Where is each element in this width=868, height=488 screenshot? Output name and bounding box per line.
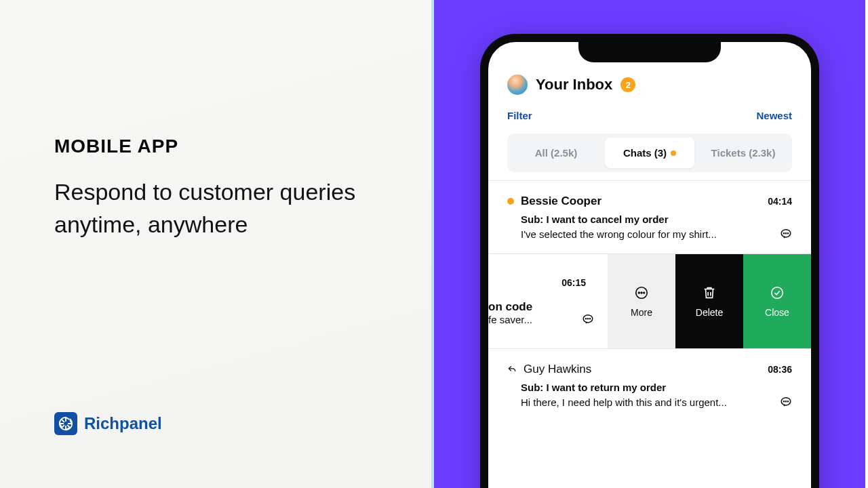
chat-icon [582,313,594,325]
svg-point-2 [785,233,786,234]
phone-frame: Your Inbox 2 Filter Newest All (2.5k) Ch… [480,34,819,488]
conversation-name: Bessie Cooper [521,195,761,208]
conversation-list: Bessie Cooper 04:14 Sub: I want to cance… [488,180,811,422]
unread-dot-icon [507,198,514,205]
conversation-row[interactable]: Bessie Cooper 04:14 Sub: I want to cance… [488,180,811,254]
trash-icon [702,285,717,300]
tab-tickets[interactable]: Tickets (2.3k) [698,138,788,168]
check-circle-icon [770,285,785,300]
tab-chats[interactable]: Chats (3) [605,138,694,168]
svg-point-11 [644,292,645,293]
conversation-time: 04:14 [768,196,792,207]
svg-point-6 [587,319,588,319]
brand-name: Richpanel [84,414,162,433]
phone-notch [578,42,721,62]
brand: Richpanel [54,412,162,435]
conversation-row[interactable]: Guy Hawkins 08:36 Sub: I want to return … [488,349,811,422]
svg-point-12 [772,287,783,298]
unread-badge: 2 [620,77,635,92]
delete-label: Delete [696,307,723,318]
conversation-time: 08:36 [768,364,792,375]
phone-showcase: Your Inbox 2 Filter Newest All (2.5k) Ch… [434,0,865,488]
svg-point-10 [641,292,642,293]
inbox-title: Your Inbox [536,76,612,94]
more-label: More [631,307,652,318]
svg-point-7 [589,319,590,319]
tab-tickets-label: Tickets (2.3k) [711,147,776,159]
svg-point-1 [783,233,784,234]
svg-point-14 [783,401,784,402]
marketing-panel: MOBILE APP Respond to customer queries a… [0,0,434,488]
sort-link[interactable]: Newest [756,110,792,121]
conversation-preview: fe saver... [488,314,575,325]
tab-chats-label: Chats (3) [623,147,667,159]
conversation-subject: Sub: I want to return my order [507,382,792,393]
close-label: Close [765,307,789,318]
avatar[interactable] [507,75,528,95]
inbox-header: Your Inbox 2 [507,75,792,95]
tabs: All (2.5k) Chats (3) Tickets (2.3k) [507,134,792,172]
marketing-subheading: Respond to customer queries anytime, any… [54,176,377,241]
delete-button[interactable]: Delete [675,254,743,348]
conversation-name: Guy Hawkins [524,363,761,376]
more-icon [634,285,649,300]
chat-icon [780,396,792,408]
brand-logo-icon [54,412,77,435]
chat-icon [780,228,792,240]
svg-point-16 [787,401,788,402]
swipe-actions: More Delete Close [608,254,811,348]
conversation-row-swiped[interactable]: 06:15 on code fe saver... [488,254,811,349]
tab-all[interactable]: All (2.5k) [511,138,601,168]
reply-icon [507,365,517,374]
svg-point-5 [585,319,586,319]
filter-link[interactable]: Filter [507,110,532,121]
conversation-subject: Sub: I want to cancel my order [507,214,792,225]
conversation-time: 06:15 [488,277,594,288]
more-button[interactable]: More [608,254,675,348]
conversation-subject: on code [488,300,575,314]
tab-all-label: All (2.5k) [535,147,578,159]
close-button[interactable]: Close [743,254,811,348]
svg-point-9 [639,292,640,293]
conversation-preview: Hi there, I need help with this and it's… [521,396,773,408]
svg-point-3 [787,233,788,234]
marketing-heading: MOBILE APP [54,136,377,157]
svg-point-15 [785,401,786,402]
conversation-preview: I've selected the wrong colour for my sh… [521,228,773,240]
tab-dot-icon [671,150,676,156]
